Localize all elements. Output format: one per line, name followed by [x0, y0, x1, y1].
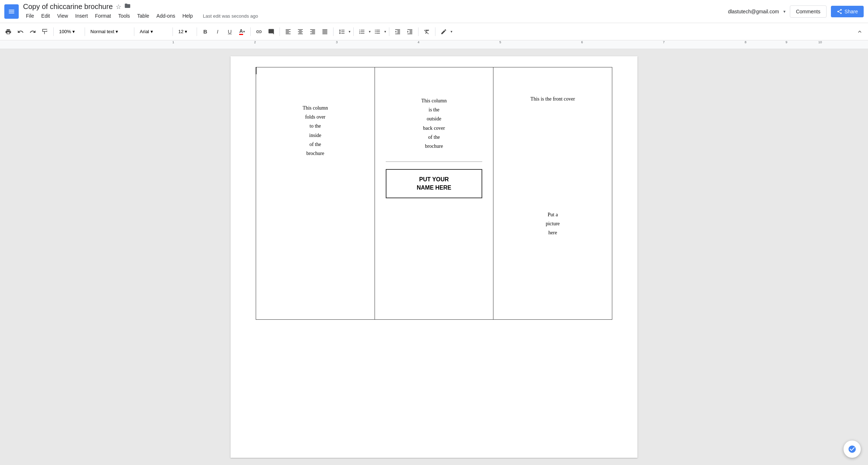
numbered-list-button[interactable] [357, 26, 367, 37]
separator-12 [435, 27, 435, 36]
menu-help[interactable]: Help [179, 12, 196, 20]
separator-10 [389, 27, 389, 36]
col-left-cell[interactable]: This column folds over to the inside of … [256, 67, 375, 320]
print-button[interactable] [3, 26, 14, 37]
col-right-content: This is the front cover Put a picture he… [499, 75, 607, 238]
menu-insert[interactable]: Insert [72, 12, 91, 20]
doc-title: Copy of chiccarine brochure [23, 3, 113, 11]
top-bar: Copy of chiccarine brochure ☆ File Edit … [0, 0, 868, 23]
zoom-select[interactable]: 100% ▾ [57, 27, 82, 36]
separator-1 [53, 27, 54, 36]
separator-line [386, 161, 483, 162]
font-size-select[interactable]: 12 ▾ [176, 27, 194, 36]
separator-11 [418, 27, 419, 36]
col-center-cell[interactable]: This column is the outside back cover of… [375, 67, 493, 320]
top-right: dlastutech@gmail.com ▾ Comments Share [728, 5, 864, 18]
separator-7 [279, 27, 280, 36]
text-cursor [256, 67, 256, 74]
center-top-text: This column is the outside back cover of… [421, 75, 447, 158]
app-icon[interactable] [4, 4, 19, 19]
menu-tools[interactable]: Tools [115, 12, 133, 20]
menu-view[interactable]: View [54, 12, 71, 20]
col-right-cell[interactable]: This is the front cover Put a picture he… [493, 67, 612, 320]
clear-formatting-button[interactable] [421, 26, 432, 37]
ruler: 1 2 3 4 5 6 7 8 9 10 [0, 40, 868, 49]
separator-6 [250, 27, 251, 36]
ruler-inner: 1 2 3 4 5 6 7 8 9 10 [25, 40, 843, 49]
user-email: dlastutech@gmail.com [728, 9, 779, 14]
menu-format[interactable]: Format [92, 12, 114, 20]
line-spacing-button[interactable] [336, 26, 347, 37]
menu-addons[interactable]: Add-ons [153, 12, 178, 20]
draw-arrow: ▾ [451, 30, 452, 34]
link-button[interactable] [254, 26, 264, 37]
comment-button[interactable] [266, 26, 277, 37]
bulleted-list-arrow: ▾ [384, 30, 386, 34]
draw-button[interactable] [438, 26, 449, 37]
collapse-button[interactable] [854, 26, 865, 37]
justify-button[interactable] [319, 26, 330, 37]
separator-5 [197, 27, 197, 36]
menu-file[interactable]: File [23, 12, 37, 20]
numbered-list-arrow: ▾ [369, 30, 371, 34]
line-spacing-arrow: ▾ [349, 30, 350, 34]
separator-9 [353, 27, 354, 36]
redo-button[interactable] [27, 26, 38, 37]
front-cover-text: This is the front cover [499, 96, 607, 102]
picture-text: Put a picture here [499, 210, 607, 238]
align-left-button[interactable] [283, 26, 294, 37]
underline-button[interactable]: U [224, 26, 235, 37]
align-right-button[interactable] [307, 26, 318, 37]
font-select[interactable]: Arial ▾ [137, 27, 170, 36]
ai-assistant-button[interactable] [844, 440, 861, 458]
star-icon[interactable]: ☆ [116, 3, 121, 11]
align-center-button[interactable] [295, 26, 306, 37]
name-box-line1: PUT YOUR [394, 176, 475, 183]
separator-3 [134, 27, 134, 36]
style-select[interactable]: Normal text ▾ [88, 27, 131, 36]
comments-button[interactable]: Comments [790, 5, 827, 18]
menu-bar: File Edit View Insert Format Tools Table… [23, 12, 728, 20]
col-left-text: This column folds over to the inside of … [261, 75, 369, 158]
toolbar: 100% ▾ Normal text ▾ Arial ▾ 12 ▾ B I U … [0, 23, 868, 40]
separator-4 [173, 27, 173, 36]
doc-title-area: Copy of chiccarine brochure ☆ File Edit … [23, 3, 728, 20]
dropdown-arrow[interactable]: ▾ [783, 9, 786, 14]
increase-indent-button[interactable] [404, 26, 415, 37]
bulleted-list-button[interactable] [372, 26, 383, 37]
name-box-line2: NAME HERE [394, 184, 475, 192]
bold-button[interactable]: B [200, 26, 211, 37]
separator-8 [333, 27, 334, 36]
separator-2 [85, 27, 85, 36]
undo-button[interactable] [15, 26, 26, 37]
folder-icon[interactable] [124, 3, 131, 11]
paint-format-button[interactable] [40, 26, 50, 37]
italic-button[interactable]: I [212, 26, 223, 37]
last-edit-status: Last edit was seconds ago [203, 13, 258, 19]
share-button[interactable]: Share [831, 6, 864, 17]
brochure-table: This column folds over to the inside of … [256, 67, 612, 320]
doc-page: This column folds over to the inside of … [231, 56, 637, 458]
text-color-button[interactable]: A ▾ [237, 26, 247, 37]
menu-edit[interactable]: Edit [39, 12, 53, 20]
col-center-content: This column is the outside back cover of… [380, 75, 488, 198]
content-area[interactable]: This column folds over to the inside of … [0, 49, 868, 465]
menu-table[interactable]: Table [134, 12, 152, 20]
name-box[interactable]: PUT YOUR NAME HERE [386, 169, 483, 198]
table-row: This column folds over to the inside of … [256, 67, 612, 320]
decrease-indent-button[interactable] [392, 26, 403, 37]
